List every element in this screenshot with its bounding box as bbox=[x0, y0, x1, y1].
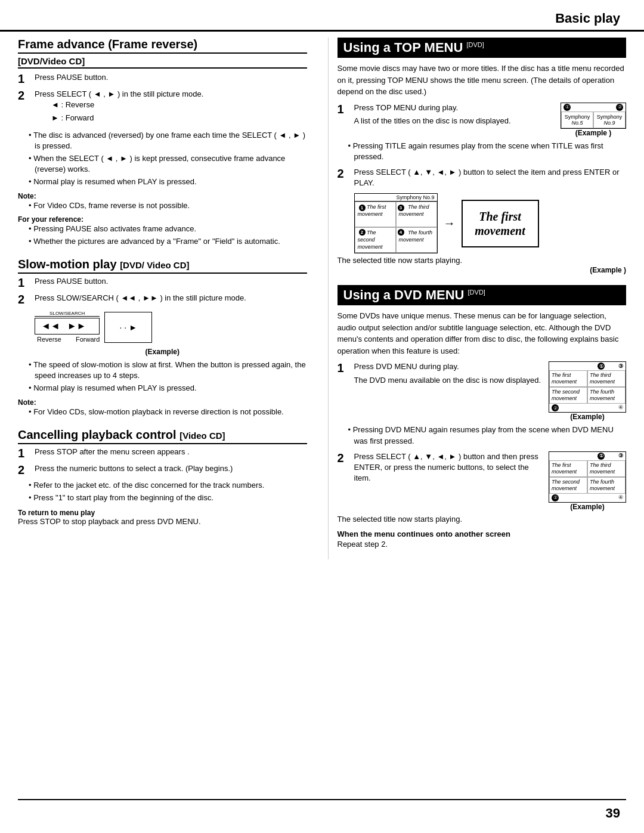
frame-advance-subheading: [DVD/Video CD] bbox=[18, 56, 307, 69]
frame-bullet-3: • Normal play is resumed when PLAY is pr… bbox=[18, 176, 307, 187]
slow-step-2: 2 Press SLOW/SEARCH ( ◄◄ , ►► ) in the s… bbox=[18, 293, 307, 306]
dvd-step-1: 1 Press DVD MENU during play. The DVD me… bbox=[338, 361, 543, 385]
top-menu-section: Using a TOP MENU [DVD] Some movie discs … bbox=[338, 38, 627, 274]
first-movement-box: The firstmovement bbox=[462, 200, 539, 247]
cancel-step-1: 1 Press STOP after the menu screen appea… bbox=[18, 447, 307, 460]
top-example2-label: (Example ) bbox=[338, 266, 627, 274]
dvd-grid1-box: ① ③ The firstmovement The thirdmovement … bbox=[549, 361, 626, 421]
main-content: Frame advance (Frame reverse) [DVD/Video… bbox=[0, 32, 644, 595]
cancelling-section: Cancelling playback control [Video CD] 1… bbox=[18, 428, 307, 526]
frame-ref: For your reference: • Pressing PAUSE als… bbox=[18, 215, 307, 247]
frame-step-1: 1 Press PAUSE button. bbox=[18, 72, 307, 85]
top-step2-sub: The selected title now starts playing. bbox=[338, 256, 627, 265]
dvd-step-2: 2 Press SELECT ( ▲, ▼, ◄, ► ) button and… bbox=[338, 451, 543, 484]
topmenu-example-box: ① ② Symphony No.5 Symphony No.9 bbox=[561, 103, 626, 137]
slow-motion-heading: Slow-motion play [DVD/ Video CD] bbox=[18, 258, 307, 274]
page-header: Basic play bbox=[0, 0, 644, 32]
return-label: To return to menu play Press STOP to sto… bbox=[18, 508, 307, 526]
frame-advance-section: Frame advance (Frame reverse) [DVD/Video… bbox=[18, 38, 307, 247]
page-number: 39 bbox=[606, 806, 620, 821]
cancelling-heading: Cancelling playback control [Video CD] bbox=[18, 428, 307, 444]
dvd-step2-row: 2 Press SELECT ( ▲, ▼, ◄, ► ) button and… bbox=[338, 451, 627, 511]
symphony-example-row: Symphony No.9 1 The firstmovement 3 The … bbox=[354, 193, 627, 253]
slowmo-right-box: · · ► bbox=[104, 312, 152, 343]
frame-bullet-2: • When the SELECT ( ◄ , ► ) is kept pres… bbox=[18, 153, 307, 175]
dvd-menu-intro: Some DVDs have unique menus. These menus… bbox=[338, 310, 627, 357]
page: Basic play Frame advance (Frame reverse)… bbox=[0, 0, 644, 833]
slowmo-example: SLOW/SEARCH ◄◄ ►► Reverse Forward · · ► bbox=[35, 311, 307, 343]
slowmo-diagram-left: SLOW/SEARCH ◄◄ ►► Reverse Forward bbox=[35, 311, 100, 343]
when-menu-text: Repeat step 2. bbox=[338, 540, 627, 549]
slowmo-example-label: (Example) bbox=[18, 348, 307, 356]
dvd-step2-sub: The selected title now starts playing. bbox=[338, 515, 627, 524]
cancel-step-2: 2 Press the numeric buttons to select a … bbox=[18, 463, 307, 476]
dvd-menu-heading: Using a DVD MENU [DVD] bbox=[338, 285, 627, 305]
dvd-example2-label: (Example) bbox=[549, 503, 626, 511]
left-column: Frame advance (Frame reverse) [DVD/Video… bbox=[18, 38, 316, 559]
slow-step-1: 1 Press PAUSE button. bbox=[18, 276, 307, 289]
top-menu-intro: Some movie discs may have two or more ti… bbox=[338, 63, 627, 98]
dvd-step1-row: 1 Press DVD MENU during play. The DVD me… bbox=[338, 361, 627, 421]
frame-step-2: 2 Press SELECT ( ◄ , ► ) in the still pi… bbox=[18, 89, 307, 126]
slowmo-buttons: ◄◄ ►► bbox=[35, 318, 100, 335]
dvd-example1-label: (Example) bbox=[549, 413, 626, 421]
frame-advance-heading: Frame advance (Frame reverse) bbox=[18, 38, 307, 54]
slow-motion-section: Slow-motion play [DVD/ Video CD] 1 Press… bbox=[18, 258, 307, 417]
step-1-num: 1 bbox=[18, 72, 31, 85]
top-step-1: 1 Press TOP MENU during play. A list of … bbox=[338, 103, 627, 137]
slow-note: Note: • For Video CDs, slow-motion playb… bbox=[18, 398, 307, 417]
top-step-2: 2 Press SELECT ( ▲, ▼, ◄, ► ) button to … bbox=[338, 167, 627, 188]
step-2-sub2: ► : Forward bbox=[35, 113, 307, 123]
footer-line bbox=[18, 799, 626, 800]
symphony-grid: Symphony No.9 1 The firstmovement 3 The … bbox=[354, 193, 438, 253]
dvd-menu-section: Using a DVD MENU [DVD] Some DVDs have un… bbox=[338, 285, 627, 548]
when-menu-heading: When the menu continues onto another scr… bbox=[338, 529, 627, 538]
step-2-num: 2 bbox=[18, 89, 31, 102]
arrow-icon: → bbox=[444, 216, 456, 230]
right-column: Using a TOP MENU [DVD] Some movie discs … bbox=[328, 38, 627, 559]
step-1-content: Press PAUSE button. bbox=[35, 72, 307, 83]
page-title: Basic play bbox=[555, 11, 620, 26]
dvd-grid2-box: ① ③ The firstmovement The thirdmovement … bbox=[549, 451, 626, 511]
when-menu-section: When the menu continues onto another scr… bbox=[338, 529, 627, 549]
step-2-content: Press SELECT ( ◄ , ► ) in the still pict… bbox=[35, 89, 307, 126]
frame-bullet-1: • The disc is advanced (reversed) by one… bbox=[18, 130, 307, 151]
step-2-sub1: ◄ : Reverse bbox=[35, 100, 307, 110]
top-menu-example-label: (Example ) bbox=[561, 129, 626, 137]
frame-note: Note: • For Video CDs, frame reverse is … bbox=[18, 191, 307, 211]
top-menu-heading: Using a TOP MENU [DVD] bbox=[338, 38, 627, 58]
